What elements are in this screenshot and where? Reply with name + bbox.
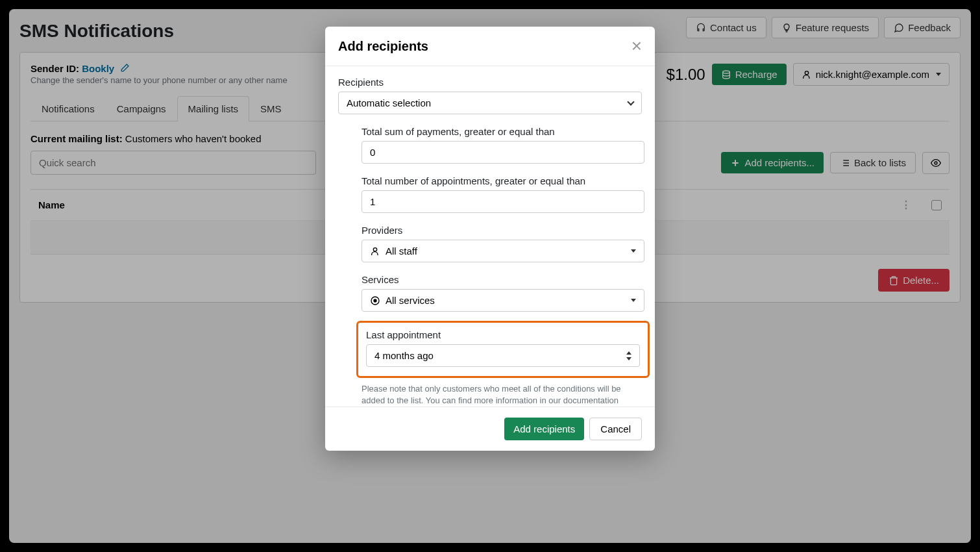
user-icon [370,246,380,257]
sum-input[interactable] [361,141,644,164]
last-appointment-select[interactable]: 4 months ago [366,344,640,367]
close-button[interactable]: × [631,37,642,55]
filters-section: Total sum of payments, greater or equal … [361,126,644,407]
services-label: Services [361,274,644,285]
submit-button[interactable]: Add recipients [504,418,584,440]
modal-body: Recipients Automatic selection Total sum… [325,66,655,407]
caret-down-icon [631,299,636,302]
last-appointment-label: Last appointment [366,329,640,340]
recipients-select[interactable]: Automatic selection [338,92,642,114]
select-arrows-icon [625,351,631,360]
svg-point-5 [374,299,376,302]
svg-point-3 [373,247,376,251]
modal-footer: Add recipients Cancel [325,407,655,451]
modal-helper-text: Please note that only customers who meet… [361,383,644,407]
screen: Contact us Feature requests Feedback SMS… [9,9,971,543]
caret-down-icon [631,249,636,253]
providers-select[interactable]: All staff [361,240,644,262]
providers-label: Providers [361,225,644,236]
modal-title: Add recipients [338,39,428,54]
services-select[interactable]: All services [361,289,644,312]
recipients-label: Recipients [338,77,642,88]
circle-dot-icon [370,295,380,306]
add-recipients-modal: Add recipients × Recipients Automatic se… [325,27,655,451]
modal-header: Add recipients × [325,27,655,66]
cancel-button[interactable]: Cancel [589,418,642,440]
sum-label: Total sum of payments, greater or equal … [361,126,644,137]
highlighted-field: Last appointment 4 months ago [356,321,650,378]
appts-label: Total number of appointments, greater or… [361,175,644,186]
appts-input[interactable] [361,190,644,213]
chevron-down-icon [627,98,634,105]
